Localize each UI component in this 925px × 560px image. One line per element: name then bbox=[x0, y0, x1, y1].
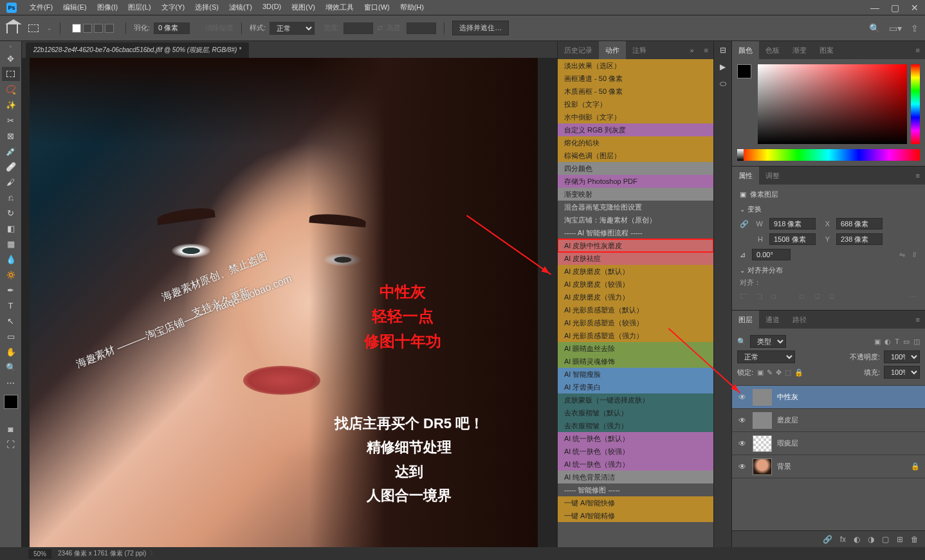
adjustment-icon[interactable]: ◑ bbox=[868, 535, 874, 544]
action-item[interactable]: AI 纯色背景清洁 bbox=[558, 471, 713, 483]
action-item[interactable]: AI 光影质感塑造（强力） bbox=[558, 329, 713, 342]
close-button[interactable]: ✕ bbox=[911, 3, 919, 13]
action-item[interactable]: 自定义 RGB 到灰度 bbox=[558, 123, 713, 136]
hand-tool[interactable]: ✋ bbox=[2, 345, 20, 359]
play-icon[interactable]: ▶ bbox=[717, 62, 729, 72]
crop-tool[interactable]: ✂ bbox=[2, 113, 20, 127]
panel-collapse-icon[interactable]: » bbox=[684, 46, 699, 54]
frame-tool[interactable]: ⊠ bbox=[2, 129, 20, 143]
tab-actions[interactable]: 动作 bbox=[599, 41, 626, 59]
marquee-tool[interactable] bbox=[2, 67, 20, 81]
action-item[interactable]: AI 牙齿美白 bbox=[558, 381, 713, 393]
layer-row[interactable]: 👁背景🔒 bbox=[732, 455, 925, 478]
action-item[interactable]: AI 智能瘦脸 bbox=[558, 368, 713, 381]
action-item[interactable]: 木质画框 - 50 像素 bbox=[558, 85, 713, 98]
action-item[interactable]: 画框通道 - 50 像素 bbox=[558, 72, 713, 85]
eyedropper-tool[interactable]: 💉 bbox=[2, 144, 20, 158]
filter-type-icons[interactable]: ▣◐T▭◫ bbox=[874, 338, 920, 346]
tab-channels[interactable]: 通道 bbox=[759, 311, 786, 329]
width-input[interactable] bbox=[769, 218, 816, 230]
tab-history[interactable]: 历史记录 bbox=[558, 41, 599, 59]
menu-item[interactable]: 图层(L) bbox=[123, 3, 156, 12]
home-icon[interactable] bbox=[6, 23, 18, 33]
y-input[interactable] bbox=[836, 233, 883, 245]
maximize-button[interactable]: ▢ bbox=[891, 3, 899, 13]
delete-icon[interactable]: 🗑 bbox=[911, 535, 919, 544]
select-and-mask-button[interactable]: 选择并遮住… bbox=[452, 21, 509, 35]
style-select[interactable]: 正常 bbox=[270, 22, 315, 35]
filter-icon[interactable]: 🔍 bbox=[737, 338, 746, 346]
menu-item[interactable]: 文字(Y) bbox=[156, 3, 190, 12]
action-item[interactable]: AI 皮肤磨皮（较强） bbox=[558, 278, 713, 291]
edit-toolbar[interactable]: ⋯ bbox=[2, 375, 20, 390]
move-tool[interactable]: ✥ bbox=[2, 51, 20, 66]
layer-row[interactable]: 👁磨皮层 bbox=[732, 409, 925, 432]
action-item[interactable]: ----- AI 智能修图流程 ----- bbox=[558, 226, 713, 239]
share-icon[interactable]: ⇪ bbox=[911, 23, 919, 33]
type-tool[interactable]: T bbox=[2, 298, 20, 312]
align-section[interactable]: 对齐并分布 bbox=[740, 266, 917, 275]
brush-tool[interactable]: 🖌 bbox=[2, 175, 20, 189]
zoom-field[interactable]: 50% bbox=[28, 549, 51, 559]
action-item[interactable]: 混合器画笔克隆绘图设置 bbox=[558, 201, 713, 213]
group-icon[interactable]: ▢ bbox=[882, 535, 889, 544]
layer-row[interactable]: 👁瑕疵层 bbox=[732, 432, 925, 455]
healing-tool[interactable]: 🩹 bbox=[2, 159, 20, 174]
document-tab[interactable]: 22b12628-2e4f-4620-be7a-06cbacd516bd.jfi… bbox=[26, 42, 249, 58]
tab-swatches[interactable]: 色板 bbox=[759, 41, 786, 59]
dodge-tool[interactable]: 🔅 bbox=[2, 267, 20, 282]
lasso-tool[interactable]: 📿 bbox=[2, 82, 20, 96]
menu-item[interactable]: 滤镜(T) bbox=[224, 3, 257, 12]
action-item[interactable]: 熔化的铅块 bbox=[558, 136, 713, 149]
action-item[interactable]: AI 皮肤磨皮（默认） bbox=[558, 265, 713, 278]
action-item[interactable]: 皮肤蒙版（一键选择皮肤） bbox=[558, 393, 713, 406]
action-item[interactable]: 水中倒影（文字） bbox=[558, 111, 713, 123]
tab-paths[interactable]: 路径 bbox=[786, 311, 813, 329]
search-icon[interactable]: 🔍 bbox=[869, 23, 880, 33]
wand-tool[interactable]: ✨ bbox=[2, 98, 20, 112]
align-buttons[interactable]: ⫍⫎⫏⫐⫑⫒⋯ bbox=[740, 291, 917, 301]
action-item[interactable]: 一键 AI智能精修 bbox=[558, 509, 713, 522]
menu-item[interactable]: 窗口(W) bbox=[359, 3, 395, 12]
action-item[interactable]: 一键 AI智能快修 bbox=[558, 496, 713, 509]
menu-item[interactable]: 选择(S) bbox=[190, 3, 224, 12]
action-item[interactable]: ----- 智能修图 ----- bbox=[558, 483, 713, 496]
panel-menu-icon[interactable]: ≡ bbox=[699, 46, 713, 54]
panel-menu-icon[interactable]: ≡ bbox=[911, 316, 925, 323]
menu-item[interactable]: 帮助(H) bbox=[395, 3, 429, 12]
action-item[interactable]: AI 皮肤磨皮（强力） bbox=[558, 291, 713, 303]
visibility-icon[interactable]: 👁 bbox=[737, 416, 747, 425]
action-item[interactable]: AI 光影质感塑造（较强） bbox=[558, 316, 713, 329]
link-layers-icon[interactable]: 🔗 bbox=[823, 535, 832, 544]
tab-gradients[interactable]: 渐变 bbox=[786, 41, 813, 59]
eraser-tool[interactable]: ◧ bbox=[2, 221, 20, 235]
layer-row[interactable]: 👁中性灰 bbox=[732, 386, 925, 409]
tab-comments[interactable]: 注释 bbox=[626, 41, 653, 59]
flip-h-icon[interactable]: ⇋ bbox=[899, 251, 905, 259]
visibility-icon[interactable]: 👁 bbox=[737, 439, 747, 448]
menu-item[interactable]: 编辑(E) bbox=[58, 3, 92, 12]
hue-slider[interactable] bbox=[911, 64, 920, 144]
action-item[interactable]: 淡出效果（选区） bbox=[558, 59, 713, 72]
height-input[interactable] bbox=[769, 233, 816, 245]
lock-icons[interactable]: ▣✎✥⬚🔒 bbox=[757, 368, 803, 377]
action-item[interactable]: AI 统一肤色（默认） bbox=[558, 432, 713, 445]
tab-adjustments[interactable]: 调整 bbox=[759, 167, 786, 185]
shape-tool[interactable]: ▭ bbox=[2, 329, 20, 343]
blur-tool[interactable]: 💧 bbox=[2, 252, 20, 266]
fg-bg-swatch[interactable] bbox=[4, 395, 18, 409]
action-item[interactable]: 存储为 Photoshop PDF bbox=[558, 175, 713, 188]
tab-patterns[interactable]: 图案 bbox=[813, 41, 840, 59]
selection-mode-icons[interactable] bbox=[72, 24, 114, 33]
screenmode-tool[interactable]: ⛶ bbox=[2, 437, 20, 451]
menu-item[interactable]: 文件(F) bbox=[24, 3, 58, 12]
new-layer-icon[interactable]: ⊞ bbox=[897, 535, 903, 544]
feather-input[interactable] bbox=[154, 23, 190, 34]
action-item[interactable]: AI 皮肤中性灰磨皮 bbox=[558, 239, 713, 252]
history-brush-tool[interactable]: ↻ bbox=[2, 206, 20, 220]
link-icon[interactable]: 🔗 bbox=[740, 220, 749, 228]
menu-item[interactable]: 3D(D) bbox=[257, 3, 286, 12]
spectrum-strip[interactable] bbox=[737, 149, 920, 161]
tab-layers[interactable]: 图层 bbox=[732, 311, 759, 329]
mask-icon[interactable]: ◐ bbox=[854, 535, 860, 544]
